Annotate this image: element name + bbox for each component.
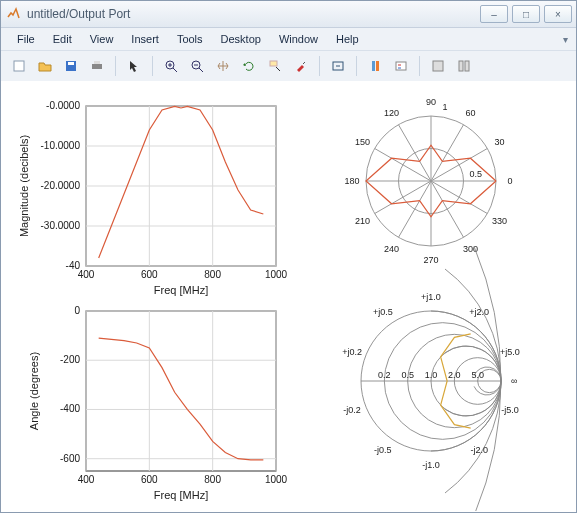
new-figure-icon[interactable] — [7, 54, 31, 78]
menu-tools[interactable]: Tools — [169, 31, 211, 47]
svg-text:1000: 1000 — [265, 474, 288, 485]
svg-text:Freq [MHz]: Freq [MHz] — [154, 489, 208, 501]
maximize-button[interactable]: □ — [512, 5, 540, 23]
close-glyph: × — [555, 9, 561, 20]
svg-text:30: 30 — [494, 137, 504, 147]
menu-overflow-icon[interactable]: ▾ — [563, 34, 568, 45]
svg-rect-2 — [68, 62, 74, 65]
svg-text:180: 180 — [344, 176, 359, 186]
svg-text:-0.0000: -0.0000 — [46, 100, 80, 111]
svg-text:0.5: 0.5 — [470, 169, 483, 179]
svg-text:270: 270 — [423, 255, 438, 265]
open-icon[interactable] — [33, 54, 57, 78]
svg-rect-14 — [372, 61, 375, 71]
svg-text:2.0: 2.0 — [448, 370, 461, 380]
svg-rect-0 — [14, 61, 24, 71]
matlab-logo-icon — [5, 6, 21, 22]
menu-file[interactable]: File — [9, 31, 43, 47]
menu-edit[interactable]: Edit — [45, 31, 80, 47]
svg-text:-j2.0: -j2.0 — [470, 445, 488, 455]
svg-text:210: 210 — [355, 216, 370, 226]
svg-text:0: 0 — [507, 176, 512, 186]
link-icon[interactable] — [326, 54, 350, 78]
svg-text:60: 60 — [465, 108, 475, 118]
svg-rect-21 — [465, 61, 469, 71]
toolbar — [1, 51, 576, 82]
data-cursor-icon[interactable] — [263, 54, 287, 78]
menu-insert[interactable]: Insert — [123, 31, 167, 47]
svg-text:330: 330 — [492, 216, 507, 226]
toolbar-sep — [152, 56, 153, 76]
menu-help[interactable]: Help — [328, 31, 367, 47]
svg-text:0: 0 — [74, 305, 80, 316]
zoom-out-icon[interactable] — [185, 54, 209, 78]
colorbar-icon[interactable] — [363, 54, 387, 78]
minimize-button[interactable]: – — [480, 5, 508, 23]
svg-rect-12 — [270, 61, 277, 66]
svg-text:400: 400 — [78, 474, 95, 485]
svg-text:600: 600 — [141, 474, 158, 485]
brush-icon[interactable] — [289, 54, 313, 78]
svg-line-6 — [173, 68, 177, 72]
svg-text:800: 800 — [204, 269, 221, 280]
svg-text:Freq [MHz]: Freq [MHz] — [154, 284, 208, 296]
svg-line-10 — [199, 68, 203, 72]
menu-window[interactable]: Window — [271, 31, 326, 47]
maximize-glyph: □ — [523, 9, 529, 20]
svg-text:150: 150 — [355, 137, 370, 147]
menu-desktop[interactable]: Desktop — [213, 31, 269, 47]
toolbar-sep — [356, 56, 357, 76]
window-buttons: – □ × — [480, 5, 572, 23]
pointer-icon[interactable] — [122, 54, 146, 78]
plots-svg: 4006008001000-40-30.0000-20.0000-10.0000… — [1, 81, 576, 511]
menubar: File Edit View Insert Tools Desktop Wind… — [1, 28, 576, 51]
svg-text:-400: -400 — [60, 403, 80, 414]
svg-text:1000: 1000 — [265, 269, 288, 280]
print-icon[interactable] — [85, 54, 109, 78]
svg-text:∞: ∞ — [511, 376, 517, 386]
svg-text:+j0.5: +j0.5 — [373, 307, 393, 317]
toolbar-sep — [115, 56, 116, 76]
svg-text:-j0.2: -j0.2 — [343, 405, 361, 415]
subplot1-icon[interactable] — [426, 54, 450, 78]
svg-text:+j2.0: +j2.0 — [469, 307, 489, 317]
svg-line-74 — [375, 149, 431, 182]
window-title: untitled/Output Port — [27, 7, 480, 21]
legend-icon[interactable] — [389, 54, 413, 78]
svg-text:0.2: 0.2 — [378, 370, 391, 380]
figure-canvas: 4006008001000-40-30.0000-20.0000-10.0000… — [1, 81, 576, 512]
svg-text:Magnitude (decibels): Magnitude (decibels) — [18, 135, 30, 237]
subplot2-icon[interactable] — [452, 54, 476, 78]
svg-text:800: 800 — [204, 474, 221, 485]
close-button[interactable]: × — [544, 5, 572, 23]
svg-rect-4 — [94, 61, 100, 64]
titlebar: untitled/Output Port – □ × — [1, 1, 576, 28]
svg-rect-3 — [92, 64, 102, 69]
svg-text:-40: -40 — [66, 260, 81, 271]
svg-text:-600: -600 — [60, 453, 80, 464]
svg-text:-200: -200 — [60, 354, 80, 365]
svg-text:0.5: 0.5 — [401, 370, 414, 380]
svg-text:+j5.0: +j5.0 — [500, 347, 520, 357]
svg-rect-16 — [396, 62, 406, 70]
svg-text:1.0: 1.0 — [425, 370, 438, 380]
svg-line-86 — [431, 181, 487, 214]
svg-text:1: 1 — [442, 102, 447, 112]
svg-text:120: 120 — [384, 108, 399, 118]
svg-text:90: 90 — [426, 97, 436, 107]
save-icon[interactable] — [59, 54, 83, 78]
menu-view[interactable]: View — [82, 31, 122, 47]
svg-text:-10.0000: -10.0000 — [41, 140, 81, 151]
svg-text:600: 600 — [141, 269, 158, 280]
svg-rect-19 — [433, 61, 443, 71]
minimize-glyph: – — [491, 9, 497, 20]
svg-rect-15 — [376, 61, 379, 71]
svg-rect-20 — [459, 61, 463, 71]
svg-text:-20.0000: -20.0000 — [41, 180, 81, 191]
svg-text:-j0.5: -j0.5 — [374, 445, 392, 455]
svg-text:Angle (degrees): Angle (degrees) — [28, 352, 40, 430]
zoom-in-icon[interactable] — [159, 54, 183, 78]
svg-text:400: 400 — [78, 269, 95, 280]
rotate-icon[interactable] — [237, 54, 261, 78]
pan-icon[interactable] — [211, 54, 235, 78]
